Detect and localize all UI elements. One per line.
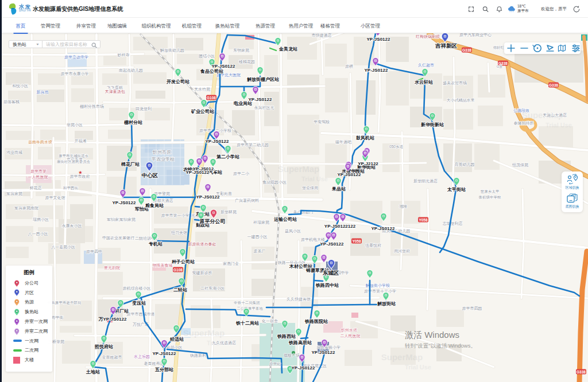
svg-text:军怡家苑: 军怡家苑 bbox=[119, 217, 136, 222]
svg-text:粮食局站: 粮食局站 bbox=[145, 203, 164, 208]
svg-text:YP-JS0122: YP-JS0122 bbox=[212, 64, 235, 69]
svg-text:祥瑞家苑: 祥瑞家苑 bbox=[253, 220, 269, 225]
svg-text:YP-JS0122122: YP-JS0122122 bbox=[324, 224, 356, 229]
svg-text:衡初级中学校: 衡初级中学校 bbox=[479, 195, 502, 200]
svg-text:楼梯花园: 楼梯花园 bbox=[239, 60, 255, 64]
svg-text:久久快捷宾馆: 久久快捷宾馆 bbox=[287, 297, 311, 302]
svg-text:泰隆招待所: 泰隆招待所 bbox=[514, 121, 534, 126]
svg-text:和悦小区: 和悦小区 bbox=[12, 84, 28, 88]
svg-text:天涯山大酒店: 天涯山大酒店 bbox=[543, 112, 567, 118]
svg-text:原平市第二幼儿园: 原平市第二幼儿园 bbox=[237, 142, 269, 147]
svg-text:原平站: 原平站 bbox=[269, 362, 281, 367]
svg-text:棉花厂站: 棉花厂站 bbox=[121, 162, 140, 167]
svg-text:星光剧院: 星光剧院 bbox=[104, 266, 120, 270]
svg-text:明珠美食城: 明珠美食城 bbox=[153, 263, 173, 267]
svg-text:种子公司站: 种子公司站 bbox=[171, 259, 195, 264]
svg-text:原平市政府: 原平市政府 bbox=[70, 174, 90, 178]
svg-text:解放街小学校: 解放街小学校 bbox=[365, 283, 390, 288]
svg-text:市快捷酒店: 市快捷酒店 bbox=[312, 33, 332, 38]
svg-text:经适站: 经适站 bbox=[169, 337, 184, 342]
svg-text:G338: G338 bbox=[462, 48, 471, 52]
svg-text:G338: G338 bbox=[549, 83, 558, 87]
svg-text:中铁十二局集团: 中铁十二局集团 bbox=[234, 301, 260, 305]
svg-text:Y058: Y058 bbox=[352, 239, 361, 243]
svg-text:中国农业发展银行: 中国农业发展银行 bbox=[102, 236, 134, 240]
svg-text:YP-JS0122: YP-JS0122 bbox=[338, 172, 361, 177]
svg-text:皮革厂: 皮革厂 bbox=[254, 249, 266, 254]
svg-text:九久优选酒店: 九久优选酒店 bbox=[212, 340, 236, 345]
svg-text:Trial Use: Trial Use bbox=[546, 122, 572, 128]
svg-text:铁路医院站: 铁路医院站 bbox=[304, 319, 328, 324]
svg-text:二人民医院: 二人民医院 bbox=[341, 334, 361, 338]
svg-text:公路段政: 公路段政 bbox=[513, 108, 529, 113]
svg-text:新兴局: 新兴局 bbox=[37, 89, 49, 95]
svg-text:原平四中: 原平四中 bbox=[86, 250, 102, 254]
svg-text:疆年酒吧: 疆年酒吧 bbox=[335, 140, 352, 145]
svg-text:铁路高层站: 铁路高层站 bbox=[288, 340, 312, 345]
svg-text:棚村分站: 棚村分站 bbox=[123, 120, 142, 125]
svg-text:旭陵: 旭陵 bbox=[399, 204, 407, 208]
svg-text:G108: G108 bbox=[173, 268, 183, 272]
svg-text:回龙便利: 回龙便利 bbox=[136, 107, 152, 111]
svg-text:寿平街: 寿平街 bbox=[52, 315, 64, 320]
svg-text:铁路四中站: 铁路四中站 bbox=[315, 283, 339, 288]
svg-text:开福滩: 开福滩 bbox=[75, 139, 87, 143]
svg-text:平农业学校: 平农业学校 bbox=[152, 157, 175, 162]
svg-text:土地站: 土地站 bbox=[86, 369, 100, 375]
svg-text:南起点幼儿园: 南起点幼儿园 bbox=[119, 68, 143, 73]
svg-text:食品公司站: 食品公司站 bbox=[200, 69, 223, 74]
svg-text:原平汽车商业中心: 原平汽车商业中心 bbox=[459, 33, 492, 37]
svg-text:鸿业尚城: 鸿业尚城 bbox=[6, 150, 22, 155]
svg-text:棚村分拣市场: 棚村分拣市场 bbox=[80, 104, 104, 109]
svg-text:YP-JS0122: YP-JS0122 bbox=[186, 170, 210, 175]
svg-text:恒茂佳苑: 恒茂佳苑 bbox=[512, 163, 528, 167]
svg-text:YP-JS0122: YP-JS0122 bbox=[153, 351, 176, 356]
svg-text:二社东湖小区: 二社东湖小区 bbox=[200, 286, 225, 290]
svg-text:G108: G108 bbox=[207, 96, 216, 100]
svg-text:东城区: 东城区 bbox=[322, 270, 339, 276]
svg-text:家惠门金: 家惠门金 bbox=[223, 262, 239, 266]
svg-text:YP-JS0122: YP-JS0122 bbox=[113, 200, 136, 205]
svg-text:变压站: 变压站 bbox=[131, 300, 146, 306]
svg-text:铁十二局站: 铁十二局站 bbox=[235, 321, 259, 326]
svg-text:太平街站: 太平街站 bbox=[447, 187, 466, 192]
svg-text:旗舰广场: 旗舰广场 bbox=[284, 353, 300, 358]
svg-text:照悦府站: 照悦府站 bbox=[95, 344, 113, 349]
svg-text:运输公司站: 运输公司站 bbox=[273, 217, 297, 222]
svg-text:忻州水塔: 忻州水塔 bbox=[341, 328, 357, 333]
svg-text:鲜花店: 鲜花店 bbox=[30, 185, 42, 190]
svg-text:第二小学站: 第二小学站 bbox=[216, 154, 239, 159]
svg-text:YP-JS0122: YP-JS0122 bbox=[292, 365, 315, 371]
svg-text:二轻站: 二轻站 bbox=[173, 287, 187, 293]
svg-text:新华街新站: 新华街新站 bbox=[420, 122, 444, 127]
svg-text:忻州市原: 忻州市原 bbox=[152, 150, 171, 155]
svg-text:永康友小区: 永康友小区 bbox=[62, 223, 82, 228]
svg-text:YP-JS0122: YP-JS0122 bbox=[365, 68, 388, 73]
svg-text:一人民医院: 一人民医院 bbox=[28, 175, 48, 180]
svg-text:中共原平市老干部局: 中共原平市老干部局 bbox=[48, 301, 82, 305]
svg-text:YP-JS0122: YP-JS0122 bbox=[367, 37, 390, 42]
svg-text:YP-JS0122: YP-JS0122 bbox=[312, 350, 335, 355]
svg-text:矿业公司站: 矿业公司站 bbox=[191, 108, 214, 114]
svg-text:安建新诊所: 安建新诊所 bbox=[192, 270, 212, 275]
svg-text:广兴薯药饲料: 广兴薯药饲料 bbox=[235, 198, 259, 203]
svg-text:天水竹苑: 天水竹苑 bbox=[194, 87, 210, 92]
svg-text:部落客栈: 部落客栈 bbox=[3, 100, 20, 104]
svg-text:解放街站: 解放街站 bbox=[377, 301, 396, 306]
svg-text:SuperMap: SuperMap bbox=[183, 328, 225, 338]
svg-text:华众佳周: 华众佳周 bbox=[302, 186, 318, 190]
svg-text:YP-JS0122: YP-JS0122 bbox=[206, 139, 229, 144]
svg-text:和平西街: 和平西街 bbox=[63, 186, 79, 190]
svg-text:晋南牛肉水饺: 晋南牛肉水饺 bbox=[28, 140, 52, 145]
svg-text:YP-JS0122: YP-JS0122 bbox=[320, 241, 344, 247]
svg-text:原平市北城街道永: 原平市北城街道永 bbox=[59, 154, 89, 158]
svg-text:水云轩站: 水云轩站 bbox=[414, 80, 433, 85]
svg-text:050乡道: 050乡道 bbox=[389, 145, 403, 149]
svg-text:益风小区: 益风小区 bbox=[285, 229, 301, 233]
svg-text:志华便利店: 志华便利店 bbox=[443, 221, 463, 226]
svg-text:化一宿舍: 化一宿舍 bbox=[262, 318, 278, 323]
svg-text:原平市四园: 原平市四园 bbox=[462, 306, 482, 311]
svg-text:新华阳光酒店: 新华阳光酒店 bbox=[413, 178, 438, 184]
svg-text:水上乐园: 水上乐园 bbox=[134, 354, 150, 359]
svg-text:五分部站: 五分部站 bbox=[154, 367, 173, 372]
